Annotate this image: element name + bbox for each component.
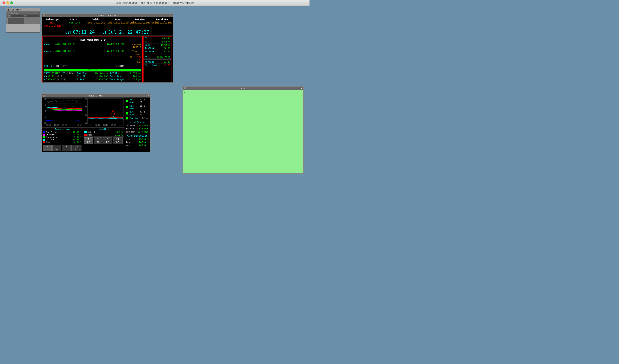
facsum-close-button[interactable]: ✕ bbox=[170, 14, 172, 17]
temp-8hr-button[interactable]: 8 hr bbox=[62, 145, 71, 151]
primary-label: Primary bbox=[46, 134, 55, 136]
dome-status: Uninitialized bbox=[107, 21, 129, 24]
ha-row: HA 03h02 West bbox=[144, 55, 171, 58]
az-row: Az -95.57° bbox=[144, 40, 171, 43]
met-close-button[interactable]: ✕ bbox=[147, 94, 149, 97]
wind-30m-value: 19.7 mph bbox=[138, 130, 148, 133]
ca-label: CA bbox=[44, 75, 47, 78]
telescope-label: Telescope bbox=[42, 18, 64, 21]
temp-chart-svg bbox=[46, 98, 82, 124]
temp-y-axis: 10 5 0 -5 -10 bbox=[42, 98, 46, 124]
rotmode-value: Stationary bbox=[94, 72, 108, 75]
ce-paren: (+28.4) bbox=[57, 78, 66, 81]
minimize-button[interactable] bbox=[6, 1, 9, 4]
close-button[interactable] bbox=[2, 1, 5, 4]
hum-8hr-button[interactable]: 8 hr bbox=[103, 137, 112, 144]
temp-x-labels: 11:47 12:02 12:17 12:32 12:47 bbox=[42, 124, 82, 126]
hum-1hr-button[interactable]: 1 hr bbox=[84, 137, 93, 144]
hum-2hr-button[interactable]: 2 hr bbox=[94, 137, 102, 144]
ha-value: 03h02 West bbox=[157, 56, 170, 58]
focus-row: Focus(mm) -0.78 bbox=[144, 64, 171, 67]
ce-row: CE +28.4" (+28.4) bbox=[44, 78, 75, 81]
pri-dew-value: 17.2 °C bbox=[140, 98, 148, 104]
inst-section: INST LRISADC PO slitb CA -8.2" (-8.2) CE bbox=[44, 71, 141, 81]
facsum-title: KECK 1 FACSUM bbox=[45, 14, 170, 17]
preview-mini bbox=[7, 18, 24, 24]
kpf-window: kpf ✕ > | bbox=[183, 86, 304, 174]
az-label: Az bbox=[145, 40, 147, 43]
temp-legend: Temperature Dew Point -12.40 ° Primary 4… bbox=[42, 127, 83, 144]
temp-1hr-button[interactable]: 1 hr bbox=[43, 145, 52, 151]
dome-az-value: +197.96° bbox=[159, 44, 170, 46]
wind-max-value: 248.0 ° bbox=[139, 144, 148, 147]
met-title: KECK 1 MET bbox=[45, 94, 147, 97]
wind-avg-value: 245.0 ° bbox=[139, 141, 148, 144]
drag-handle[interactable] bbox=[42, 14, 45, 17]
wind-speed-title: Wind Speed bbox=[126, 121, 148, 124]
inst-middle-col: Rot Mode Stationary Sky PA +90.00° Drive… bbox=[76, 72, 109, 81]
base-coord-row: Base α04:08:40.0 δ+10:04:31 Equinox 2000… bbox=[44, 42, 141, 49]
topshut-label: TopShut bbox=[145, 47, 154, 50]
temp-24hr-button[interactable]: 24 hr bbox=[71, 145, 82, 151]
base-label: Base bbox=[44, 43, 56, 46]
acsmove-row: ACS Move 0.899 nm bbox=[110, 72, 141, 75]
temp-2hr-button[interactable]: 2 hr bbox=[52, 145, 61, 151]
preview-title: kpf Desktop bbox=[7, 9, 21, 11]
lst-ut-row: LST 07:11:24 UT Jul 2, 22:47:27 bbox=[42, 28, 173, 36]
out-dew-value: 23.4 °C bbox=[140, 111, 148, 116]
temp-legend-title: Temperature bbox=[43, 128, 82, 131]
offset-ra: +0.00" bbox=[56, 64, 90, 68]
met-drag-handle[interactable] bbox=[42, 94, 45, 97]
kpf-close-button[interactable]: ✕ bbox=[300, 87, 302, 90]
hum-chart-svg bbox=[88, 98, 123, 124]
dewpoint-legend: Dew Point -12.40 ° bbox=[43, 131, 82, 133]
kpf-drag-handle[interactable] bbox=[184, 87, 186, 90]
wind-1m-row: 1m Max 6.5 mph bbox=[126, 127, 148, 130]
dome-status-col: Dome Uninitialized bbox=[107, 18, 129, 27]
maximize-button[interactable] bbox=[10, 1, 13, 4]
hum-24hr-button[interactable]: 24 hr bbox=[113, 137, 123, 144]
precip-label: Precip bbox=[129, 117, 138, 120]
outside-temp-color bbox=[43, 139, 45, 141]
progress-label: IMPS 10 secs bbox=[44, 69, 141, 71]
titlebar: localhost:50005 (kpf-kpf1-telstatus) - R… bbox=[0, 0, 310, 6]
current-coord-row: Current α04:08:40.0 δ+10:04:31 Time to L… bbox=[44, 49, 141, 64]
drive-value: +89.38° bbox=[98, 78, 108, 81]
window-title: localhost:50005 (kpf-kpf1-telstatus) - R… bbox=[115, 1, 194, 4]
desktop: kpf Desktop kpf Desktop KECK 1 MET KECK … bbox=[0, 6, 310, 182]
offset-label: Offset bbox=[44, 65, 56, 68]
sensres-value: 101 nm bbox=[133, 75, 141, 78]
primary-legend: Primary 4.77 ° bbox=[43, 134, 82, 136]
hum-chart-area: 80 60 40 20 bbox=[83, 98, 124, 127]
sensrange-label: Sens Range bbox=[110, 78, 124, 81]
outside-temp-legend: Outside 11.00 ° bbox=[43, 139, 82, 141]
az-value: -95.57° bbox=[161, 40, 170, 43]
hum-chart-plot bbox=[87, 98, 124, 124]
focus-label: Focus(mm) bbox=[145, 64, 157, 67]
secondary-value: 6.09 ° bbox=[74, 136, 82, 138]
focalStn-status: Uninitialized bbox=[151, 21, 173, 24]
preview-panel: kpf Desktop kpf Desktop KECK 1 MET bbox=[6, 8, 41, 33]
dome-temp-legend: Dome 7.90 ° bbox=[43, 141, 82, 143]
wind-speed-section: Wind Speed Current 6.0 mph 1m Max 6.5 mp… bbox=[126, 121, 148, 133]
wind-30m-label: 30m Max bbox=[126, 130, 135, 133]
dome-az-label: Dome bbox=[145, 44, 150, 46]
rotator-status: Uninitialized bbox=[129, 21, 151, 24]
met-window: KECK 1 MET ✕ 10 5 0 -5 -10 bbox=[41, 93, 151, 152]
airmass-row: Airmass 13.37 bbox=[144, 60, 171, 64]
guider-label: Guider bbox=[85, 18, 107, 21]
temp-chart-plot bbox=[46, 98, 82, 124]
secondary-color bbox=[43, 136, 45, 138]
dome-hum-value: 25.3 % bbox=[115, 134, 123, 136]
kpf-title: kpf bbox=[186, 87, 300, 90]
pri-dew-led bbox=[126, 100, 128, 102]
hum-y-axis: 80 60 40 20 bbox=[83, 98, 87, 124]
inst-label: INST bbox=[44, 72, 50, 75]
outside-temp-value: 11.00 ° bbox=[73, 139, 82, 141]
drive-label: Drive bbox=[77, 78, 84, 81]
rotmode-row: Rot Mode Stationary bbox=[77, 72, 108, 75]
hum-legend: Humidity Outside 18.0 % Dome 25.3 % bbox=[83, 127, 124, 137]
out-dew-label: Out-Dew bbox=[129, 111, 138, 116]
preview-item-1[interactable]: kpf Desktop bbox=[7, 12, 40, 15]
dome-temp-label: Dome bbox=[46, 141, 51, 143]
